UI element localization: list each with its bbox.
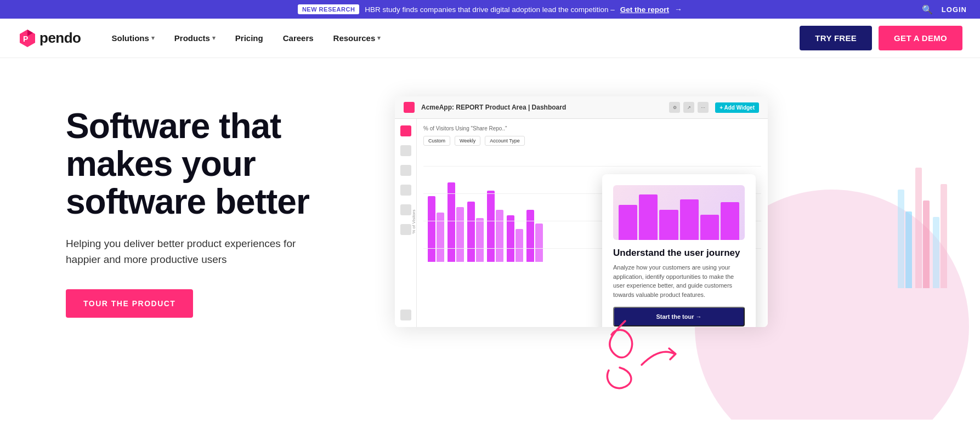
get-demo-button[interactable]: GET A DEMO: [879, 26, 962, 50]
logo[interactable]: P pendo: [18, 28, 81, 48]
chart-bar: [428, 196, 435, 262]
hero-heading-line3: software better: [66, 182, 309, 221]
dashboard-body: % of Visitors Using "Share Repo.." Custo…: [395, 119, 768, 327]
dashboard-title: AcmeApp: REPORT Product Area | Dashboard: [421, 104, 662, 111]
tour-product-button[interactable]: TOUR THE PRODUCT: [66, 289, 193, 318]
right-bar: [915, 168, 922, 288]
dash-more-icon[interactable]: ⋯: [698, 102, 709, 113]
filter-row: Custom Weekly Account Type: [423, 136, 761, 146]
banner-arrow: →: [675, 5, 682, 14]
chart-group-4: [487, 191, 503, 262]
right-bar-group: [915, 168, 930, 288]
chart-bar: [507, 215, 514, 262]
announcement-banner: NEW RESEARCH HBR study finds companies t…: [0, 0, 980, 19]
careers-label: Careers: [283, 33, 314, 43]
right-bar-group: [898, 190, 912, 288]
hero-heading: Software that makes your software better: [66, 107, 384, 221]
resources-label: Resources: [333, 33, 376, 43]
banner-badge: NEW RESEARCH: [298, 4, 359, 14]
solutions-label: Solutions: [112, 33, 149, 43]
login-button[interactable]: LOGIN: [942, 5, 967, 14]
chart-bar: [456, 207, 464, 262]
dash-logo-icon: [404, 102, 415, 113]
banner-link[interactable]: Get the report: [620, 5, 669, 14]
dash-sidebar-chart-icon[interactable]: [400, 145, 411, 156]
nav-products[interactable]: Products ▾: [166, 29, 224, 47]
dash-sidebar-settings-icon[interactable]: [400, 310, 411, 320]
resources-chevron-icon: ▾: [377, 35, 381, 42]
doodle-svg: [592, 299, 702, 409]
try-free-button[interactable]: TRY FREE: [800, 26, 872, 50]
tooltip-mini-bar: [700, 215, 719, 240]
dashboard-header-icons: ⚙ ↗ ⋯: [669, 102, 709, 113]
right-partial-bars: [898, 124, 947, 288]
nav-pricing[interactable]: Pricing: [226, 29, 272, 47]
nav-resources[interactable]: Resources ▾: [325, 29, 390, 47]
filter-account-type[interactable]: Account Type: [485, 136, 524, 146]
dash-sidebar-guide-icon[interactable]: [400, 185, 411, 196]
add-widget-button[interactable]: + Add Widget: [715, 102, 759, 113]
dash-settings-icon[interactable]: ⚙: [669, 102, 680, 113]
chart-bar: [487, 191, 495, 262]
nav-links: Solutions ▾ Products ▾ Pricing Careers R…: [103, 29, 800, 47]
tooltip-mini-bar: [721, 202, 739, 240]
solutions-chevron-icon: ▾: [151, 35, 155, 42]
nav-cta-area: TRY FREE GET A DEMO: [800, 26, 962, 50]
banner-text: HBR study finds companies that drive dig…: [365, 5, 615, 14]
pricing-label: Pricing: [235, 33, 263, 43]
chart-bar: [526, 210, 534, 262]
nav-solutions[interactable]: Solutions ▾: [103, 29, 163, 47]
hero-heading-line1: Software that: [66, 106, 281, 146]
chart-bar: [447, 182, 455, 262]
tooltip-mini-bar: [639, 194, 658, 240]
banner-right-actions: 🔍 LOGIN: [922, 4, 967, 15]
right-bar: [905, 211, 912, 288]
nav-careers[interactable]: Careers: [274, 29, 322, 47]
right-bar: [898, 190, 904, 288]
filter-custom[interactable]: Custom: [423, 136, 450, 146]
main-navbar: P pendo Solutions ▾ Products ▾ Pricing C…: [0, 19, 980, 58]
chart-bar: [496, 210, 503, 262]
tooltip-mini-chart: [613, 185, 745, 240]
hero-illustration: AcmeApp: REPORT Product Area | Dashboard…: [384, 91, 936, 420]
right-bar: [933, 217, 939, 288]
right-bar: [941, 184, 947, 288]
dashboard-content: % of Visitors Using "Share Repo.." Custo…: [417, 119, 768, 327]
dash-share-icon[interactable]: ↗: [683, 102, 694, 113]
tooltip-mini-bar: [659, 210, 678, 240]
chart-group-6: [526, 210, 543, 262]
y-axis-label: % of Visitors: [411, 210, 416, 234]
chart-group-3: [467, 202, 484, 262]
dash-sidebar-heart-icon[interactable]: [400, 224, 411, 235]
pendo-logo-icon: P: [18, 28, 37, 48]
tooltip-mini-bar: [619, 205, 637, 240]
right-bar: [923, 200, 930, 288]
dashboard-bar-chart: % of Visitors: [423, 152, 761, 262]
products-label: Products: [174, 33, 210, 43]
hero-heading-line2: makes your: [66, 144, 256, 184]
filter-weekly[interactable]: Weekly: [455, 136, 480, 146]
products-chevron-icon: ▾: [212, 35, 216, 42]
chart-group-1: [428, 196, 444, 262]
chart-label: % of Visitors Using "Share Repo..": [423, 125, 761, 131]
tooltip-mini-bar: [680, 199, 699, 240]
logo-text: pendo: [39, 30, 81, 47]
chart-bar: [467, 202, 475, 262]
chart-group-5: [507, 215, 523, 262]
right-bar-group: [933, 184, 947, 288]
hero-section: Software that makes your software better…: [0, 58, 980, 420]
svg-text:P: P: [23, 35, 28, 43]
hero-content: Software that makes your software better…: [66, 91, 384, 318]
doodle-arrows: [592, 299, 702, 409]
chart-bar: [535, 224, 543, 262]
dash-sidebar-home-icon[interactable]: [400, 125, 411, 136]
hero-subtext: Helping you deliver better product exper…: [66, 236, 329, 267]
dash-sidebar-users-icon[interactable]: [400, 165, 411, 176]
search-icon[interactable]: 🔍: [922, 4, 933, 15]
chart-bar: [437, 213, 444, 262]
dash-sidebar-flag-icon[interactable]: [400, 204, 411, 215]
tooltip-heading: Understand the user journey: [613, 248, 745, 259]
dashboard-mockup: AcmeApp: REPORT Product Area | Dashboard…: [395, 96, 768, 327]
chart-group-2: [447, 182, 464, 262]
chart-bar: [476, 218, 484, 262]
